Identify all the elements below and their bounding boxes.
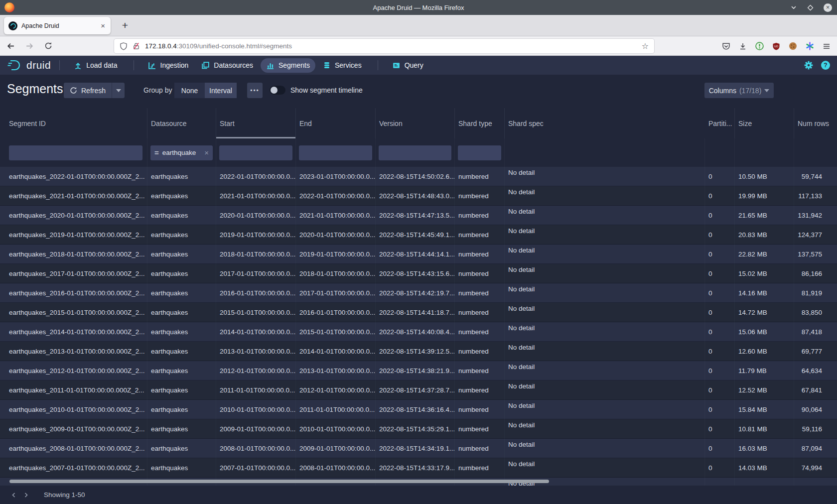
cell-partition[interactable]: 0 [705, 245, 735, 264]
cell-id[interactable]: earthquakes_2011-01-01T00:00:00.000Z_2..… [0, 380, 147, 400]
cell-datasource[interactable]: earthquakes [147, 167, 216, 186]
cell-partition[interactable]: 0 [705, 322, 735, 342]
cell-end[interactable]: 2018-01-01T00:00:00.0... [296, 264, 376, 283]
cell-num-rows[interactable] [794, 478, 837, 486]
cell-end[interactable]: 2012-01-01T00:00:00.0... [296, 380, 376, 400]
cell-size[interactable]: 16.03 MB [735, 439, 794, 458]
cell-shard-type[interactable]: numbered [455, 361, 505, 380]
cell-shard-spec[interactable]: No detail [505, 264, 705, 283]
cell-shard-spec[interactable]: No detail [505, 186, 705, 206]
cell-datasource[interactable]: earthquakes [147, 303, 216, 322]
cell-partition[interactable]: 0 [705, 264, 735, 283]
nav-ingestion[interactable]: Ingestion [142, 58, 194, 73]
cell-end[interactable]: 2011-01-01T00:00:00.0... [296, 400, 376, 419]
column-header-start[interactable]: Start [216, 108, 296, 138]
cell-shard-type[interactable]: numbered [455, 283, 505, 303]
cell-end[interactable]: 2023-01-01T00:00:00.0... [296, 167, 376, 186]
cell-datasource[interactable]: earthquakes [147, 186, 216, 206]
maximize-icon[interactable] [807, 4, 814, 11]
cell-version[interactable]: 2022-08-15T14:34:19.1... [376, 439, 455, 458]
cell-id[interactable]: earthquakes_2018-01-01T00:00:00.000Z_2..… [0, 245, 147, 264]
cell-start[interactable]: 2019-01-01T00:00:00.0... [216, 225, 296, 245]
cell-end[interactable]: 2015-01-01T00:00:00.0... [296, 322, 376, 342]
cell-end[interactable]: 2014-01-01T00:00:00.0... [296, 342, 376, 361]
cell-num-rows[interactable]: 131,942 [794, 206, 837, 225]
cell-id[interactable]: earthquakes_2010-01-01T00:00:00.000Z_2..… [0, 400, 147, 419]
cell-version[interactable]: 2022-08-15T14:48:43.0... [376, 186, 455, 206]
cell-shard-type[interactable]: numbered [455, 322, 505, 342]
cell-id[interactable]: earthquakes_2014-01-01T00:00:00.000Z_2..… [0, 322, 147, 342]
cell-shard-spec[interactable]: No detail [505, 361, 705, 380]
cell-version[interactable]: 2022-08-15T14:47:13.5... [376, 206, 455, 225]
minimize-icon[interactable] [790, 4, 797, 11]
cell-shard-spec[interactable]: No detail [505, 342, 705, 361]
cell-num-rows[interactable]: 83,850 [794, 303, 837, 322]
cell-version[interactable]: 2022-08-15T14:39:12.5... [376, 342, 455, 361]
help-icon[interactable]: ? [821, 61, 830, 70]
more-options-button[interactable]: ••• [247, 83, 263, 98]
cell-id[interactable]: earthquakes_2015-01-01T00:00:00.000Z_2..… [0, 303, 147, 322]
cell-partition[interactable]: 0 [705, 439, 735, 458]
segment-id-filter-input[interactable] [9, 145, 142, 160]
cell-start[interactable]: 2018-01-01T00:00:00.0... [216, 245, 296, 264]
cell-end[interactable]: 2010-01-01T00:00:00.0... [296, 419, 376, 439]
cell-shard-spec[interactable]: No detail [505, 380, 705, 400]
cell-shard-type[interactable]: numbered [455, 167, 505, 186]
cell-datasource[interactable]: earthquakes [147, 380, 216, 400]
cell-num-rows[interactable]: 87,094 [794, 439, 837, 458]
cell-size[interactable]: 19.99 MB [735, 186, 794, 206]
cell-num-rows[interactable]: 69,777 [794, 342, 837, 361]
cell-id[interactable]: earthquakes_2021-01-01T00:00:00.000Z_2..… [0, 186, 147, 206]
cell-datasource[interactable]: earthquakes [147, 400, 216, 419]
cell-partition[interactable]: 0 [705, 342, 735, 361]
group-by-interval-button[interactable]: Interval [205, 83, 237, 98]
cell-size[interactable]: 14.72 MB [735, 303, 794, 322]
shard-type-filter-input[interactable] [458, 145, 501, 160]
druid-logo[interactable]: druid [7, 59, 51, 72]
cell-shard-type[interactable]: numbered [455, 303, 505, 322]
cell-datasource[interactable]: earthquakes [147, 245, 216, 264]
start-filter-input[interactable] [219, 145, 292, 160]
next-page-button[interactable] [20, 489, 32, 501]
cell-id[interactable]: earthquakes_2008-01-01T00:00:00.000Z_2..… [0, 439, 147, 458]
tab-close-icon[interactable]: × [100, 21, 106, 30]
nav-segments[interactable]: Segments [261, 58, 315, 73]
cell-size[interactable]: 12.60 MB [735, 342, 794, 361]
cell-datasource[interactable]: earthquakes [147, 264, 216, 283]
cell-end[interactable]: 2022-01-01T00:00:00.0... [296, 186, 376, 206]
cell-datasource[interactable]: earthquakes [147, 458, 216, 478]
cell-partition[interactable]: 0 [705, 283, 735, 303]
cell-shard-type[interactable]: numbered [455, 206, 505, 225]
cell-size[interactable]: 10.50 MB [735, 167, 794, 186]
cell-shard-type[interactable]: numbered [455, 419, 505, 439]
refresh-button[interactable]: Refresh [64, 83, 112, 98]
cell-shard-spec[interactable]: No detail [505, 419, 705, 439]
cell-partition[interactable]: 0 [705, 400, 735, 419]
cell-end[interactable]: 2017-01-01T00:00:00.0... [296, 283, 376, 303]
cell-num-rows[interactable]: 137,575 [794, 245, 837, 264]
cell-version[interactable]: 2022-08-15T14:33:17.9... [376, 458, 455, 478]
cell-end[interactable]: 2009-01-01T00:00:00.0... [296, 439, 376, 458]
column-header-end[interactable]: End [296, 108, 376, 138]
column-header-num-rows[interactable]: Num rows [794, 108, 837, 138]
column-header-segment-id[interactable]: Segment ID [0, 108, 147, 138]
cell-shard-spec[interactable]: No detail [505, 283, 705, 303]
back-icon[interactable] [6, 42, 15, 50]
cell-shard-spec[interactable]: No detail [505, 439, 705, 458]
settings-gear-icon[interactable] [804, 61, 813, 70]
cell-size[interactable]: 14.03 MB [735, 458, 794, 478]
bookmark-star-icon[interactable]: ☆ [642, 41, 649, 51]
column-header-partition[interactable]: Partiti... [705, 108, 735, 138]
cell-partition[interactable]: 0 [705, 303, 735, 322]
datasource-filter-input[interactable]: = earthquake × [150, 145, 213, 160]
cell-version[interactable]: 2022-08-15T14:43:15.6... [376, 264, 455, 283]
cell-partition[interactable] [705, 478, 735, 486]
cell-num-rows[interactable]: 59,744 [794, 167, 837, 186]
cell-partition[interactable]: 0 [705, 361, 735, 380]
cell-start[interactable]: 2011-01-01T00:00:00.0... [216, 380, 296, 400]
cell-datasource[interactable]: earthquakes [147, 419, 216, 439]
downloads-icon[interactable] [739, 42, 747, 50]
cell-id[interactable]: earthquakes_2012-01-01T00:00:00.000Z_2..… [0, 361, 147, 380]
columns-button[interactable]: Columns (17/18) [704, 83, 774, 98]
cell-end[interactable]: 2008-01-01T00:00:00.0... [296, 458, 376, 478]
